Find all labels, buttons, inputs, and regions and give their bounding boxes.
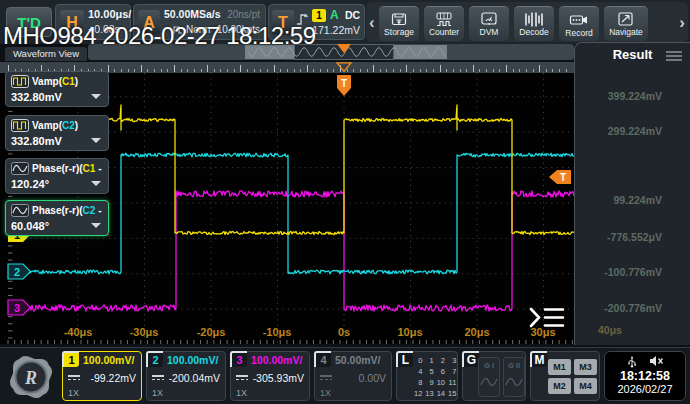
generator-box[interactable]: G G I G II [462, 351, 526, 401]
logic-channel-number: 13 [425, 388, 433, 399]
channel4-badge: 4 [314, 351, 331, 367]
decode-button[interactable]: Decode [514, 6, 554, 41]
channel3-status-box[interactable]: 3 100.00mV/ -305.93mV 1X [230, 351, 310, 401]
channel1-probe: 1X [68, 388, 79, 398]
math-box[interactable]: M M1M3M2M4 [530, 351, 600, 401]
logic-channel-number: 12 [414, 388, 422, 399]
navigate-label: Navigate [604, 27, 648, 37]
usb-icon [627, 355, 637, 368]
ghost-y-label: -776.552μV [607, 231, 662, 243]
time-per-point: 20ns/pt [227, 9, 260, 20]
logic-channel-number: 0 [418, 355, 422, 366]
sine-wave-icon [480, 376, 498, 388]
ghost-x-label: 40μs [598, 324, 622, 336]
generator2-slot[interactable]: G II [503, 357, 525, 397]
ghost-y-label: 299.224mV [608, 125, 662, 137]
overview-trigger-marker[interactable] [337, 44, 351, 53]
dc-coupling-icon [320, 375, 332, 380]
logic-channel-number: 9 [430, 377, 434, 388]
logic-channel-number: 6 [441, 366, 445, 377]
navigate-button[interactable]: Navigate [604, 6, 648, 41]
square-wave-icon [11, 75, 29, 88]
measurement-item-vamp-c2[interactable]: Vamp(C2) 332.80mV [5, 115, 109, 151]
logic-channel-number: 2 [441, 355, 445, 366]
logic-channel-number: 7 [452, 366, 456, 377]
channel2-marker[interactable]: 2 [8, 264, 31, 279]
channel4-probe: 1X [320, 388, 331, 398]
channel2-scale: 100.00mV/ [167, 354, 218, 366]
measurement-value: 120.24° [11, 178, 49, 190]
svg-text:3: 3 [14, 302, 20, 314]
math-channel-button[interactable]: M1 [548, 359, 571, 375]
svg-text:R: R [24, 368, 37, 388]
toolbar-menu-strip: ‹ Storage Counter [366, 2, 688, 42]
trigger-position-marker[interactable]: T [337, 75, 351, 96]
ghost-y-label: 99.224mV [614, 194, 662, 206]
clock-box[interactable]: 18:12:58 2026/02/27 [604, 351, 686, 401]
logic-channels-box[interactable]: L 0123456789101112131415 [396, 351, 458, 401]
svg-text:T: T [560, 172, 566, 183]
logic-channel-number: 11 [449, 377, 457, 388]
generator-badge: G [462, 351, 479, 367]
chevron-down-icon[interactable] [91, 223, 101, 228]
logic-channel-number: 14 [437, 388, 445, 399]
channel2-offset: -200.04mV [169, 372, 220, 384]
record-label: Record [559, 28, 599, 38]
status-date: 2026/02/27 [605, 383, 685, 395]
toolbar-next-chevron[interactable]: › [679, 13, 685, 33]
logic-channel-number: 5 [430, 366, 434, 377]
trigger-level-marker[interactable]: T [549, 170, 571, 184]
dvm-label: DVM [469, 27, 509, 37]
counter-label: Counter [424, 27, 464, 37]
counter-button[interactable]: Counter [424, 6, 464, 41]
logic-channel-number: 15 [448, 388, 456, 399]
measurement-item-phase-c1[interactable]: Phase(r-r)(C1 - 120.24° [5, 158, 109, 194]
ruler-trigger-marker[interactable] [330, 62, 360, 73]
logic-channel-number: 1 [430, 355, 434, 366]
channel4-offset: 0.00V [359, 372, 386, 384]
record-button[interactable]: Record [559, 6, 599, 41]
timebase-scale: 10.00μs/ [88, 8, 131, 20]
math-channel-button[interactable]: M4 [574, 378, 597, 394]
math-badge: M [530, 351, 547, 367]
dvm-button[interactable]: DVM [469, 6, 509, 41]
measurement-item-phase-c2[interactable]: Phase(r-r)(C2 - 60.048° [5, 200, 109, 236]
toolbar-prev-chevron[interactable]: ‹ [369, 13, 375, 33]
trigger-type: DC [345, 9, 360, 21]
ghost-y-label: 399.224mV [608, 90, 662, 102]
logic-channel-number: 3 [452, 355, 456, 366]
measurement-value: 332.80mV [11, 135, 62, 147]
storage-button[interactable]: Storage [379, 6, 419, 41]
dc-coupling-icon [152, 375, 164, 380]
channel2-status-box[interactable]: 2 100.00mV/ -200.04mV 1X [146, 351, 226, 401]
channel4-status-box[interactable]: 4 50.00mV/ 0.00V 1X [314, 351, 392, 401]
ghost-y-label: -200.776mV [604, 302, 662, 314]
quick-menu-icon[interactable] [531, 309, 563, 326]
logic-channel-number: 8 [418, 377, 422, 388]
speaker-muted-icon [649, 355, 664, 367]
measurement-item-vamp-c1[interactable]: Vamp(C1) 332.80mV [5, 71, 109, 107]
storage-label: Storage [379, 27, 419, 37]
rigol-logo[interactable]: R [6, 352, 56, 402]
result-menu-icon[interactable] [666, 51, 682, 63]
chevron-down-icon[interactable] [91, 181, 101, 186]
chevron-down-icon[interactable] [91, 94, 101, 99]
channel3-offset: -305.93mV [253, 372, 304, 384]
channel1-status-box[interactable]: 1 100.00mV/ -99.22mV 1X [62, 351, 142, 401]
generator1-slot[interactable]: G I [478, 357, 500, 397]
math-channel-button[interactable]: M2 [548, 378, 571, 394]
math-channel-button[interactable]: M3 [574, 359, 597, 375]
channel2-badge: 2 [146, 351, 163, 367]
channel3-marker[interactable]: 3 [8, 300, 31, 315]
channel1-offset: -99.22mV [90, 372, 136, 384]
square-wave-icon [11, 119, 29, 132]
sample-rate: 50.00MSa/s [164, 8, 221, 20]
ghost-y-label: -100.776mV [604, 266, 662, 278]
svg-text:T: T [341, 78, 347, 89]
channel2-probe: 1X [152, 388, 163, 398]
logic-channel-number: 10 [437, 377, 445, 388]
trigger-level: 171.22mV [312, 24, 360, 36]
trigger-source-badge: 1 [312, 9, 326, 22]
status-time: 18:12:58 [605, 369, 685, 383]
chevron-down-icon[interactable] [91, 138, 101, 143]
